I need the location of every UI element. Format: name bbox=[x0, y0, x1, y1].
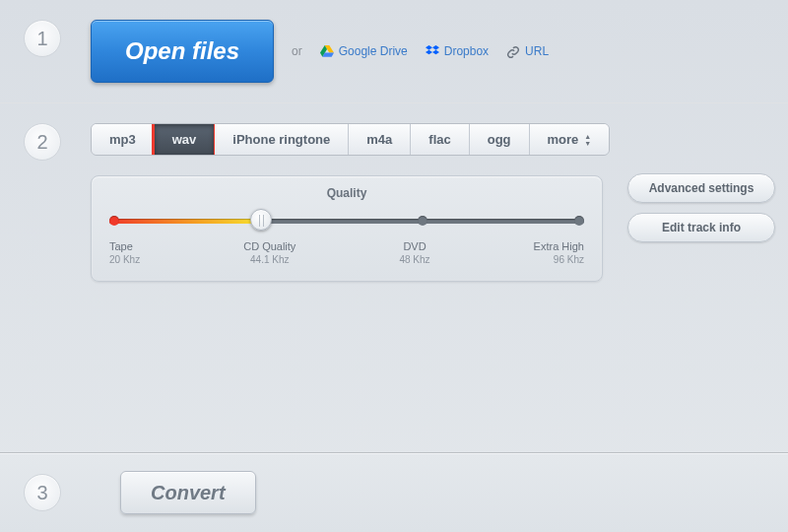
source-url-label: URL bbox=[525, 44, 549, 58]
step-number-3: 3 bbox=[24, 474, 61, 511]
section-convert: 3 Convert bbox=[0, 452, 788, 532]
quality-panel: Quality Tape20 KhzCD Quality44.1 KhzDVD4… bbox=[91, 175, 603, 282]
chevron-updown-icon: ▲▼ bbox=[584, 133, 591, 147]
quality-title: Quality bbox=[109, 186, 584, 200]
convert-button[interactable]: Convert bbox=[120, 471, 256, 514]
svg-marker-5 bbox=[426, 50, 432, 55]
dropbox-icon bbox=[426, 45, 439, 57]
format-option-flac[interactable]: flac bbox=[411, 124, 469, 155]
format-option-m4a[interactable]: m4a bbox=[349, 124, 411, 155]
quality-stop-0: Tape20 Khz bbox=[109, 239, 140, 267]
section-open: 1 Open files or Google Drive Dropbox URL bbox=[0, 0, 788, 91]
or-label: or bbox=[292, 44, 302, 58]
format-option-more[interactable]: more▲▼ bbox=[530, 124, 610, 155]
source-google-drive[interactable]: Google Drive bbox=[320, 44, 408, 58]
svg-marker-6 bbox=[432, 50, 439, 55]
format-option-mp3[interactable]: mp3 bbox=[92, 124, 155, 155]
edit-track-info-button[interactable]: Edit track info bbox=[627, 213, 775, 242]
quality-slider-knob[interactable] bbox=[250, 209, 272, 231]
format-option-ogg[interactable]: ogg bbox=[470, 124, 530, 155]
svg-marker-4 bbox=[432, 45, 439, 50]
google-drive-icon bbox=[320, 45, 334, 57]
quality-slider[interactable] bbox=[109, 212, 584, 230]
format-option-wav[interactable]: wav bbox=[155, 124, 216, 155]
step-number-1: 1 bbox=[24, 20, 61, 57]
quality-stop-2: DVD48 Khz bbox=[399, 239, 429, 267]
open-files-button[interactable]: Open files bbox=[91, 20, 274, 83]
step-number-2: 2 bbox=[24, 123, 61, 161]
advanced-settings-button[interactable]: Advanced settings bbox=[627, 173, 775, 203]
source-url[interactable]: URL bbox=[506, 44, 549, 58]
link-icon bbox=[506, 45, 520, 57]
svg-marker-3 bbox=[426, 45, 432, 50]
format-segmented-control: mp3waviPhone ringtonem4aflacoggmore▲▼ bbox=[91, 123, 610, 156]
source-dropbox[interactable]: Dropbox bbox=[426, 44, 489, 58]
format-option-iphone-ringtone[interactable]: iPhone ringtone bbox=[215, 124, 349, 155]
source-dropbox-label: Dropbox bbox=[444, 44, 489, 58]
quality-stop-1: CD Quality44.1 Khz bbox=[243, 239, 296, 267]
source-google-drive-label: Google Drive bbox=[339, 44, 408, 58]
quality-stop-3: Extra High96 Khz bbox=[534, 239, 584, 267]
